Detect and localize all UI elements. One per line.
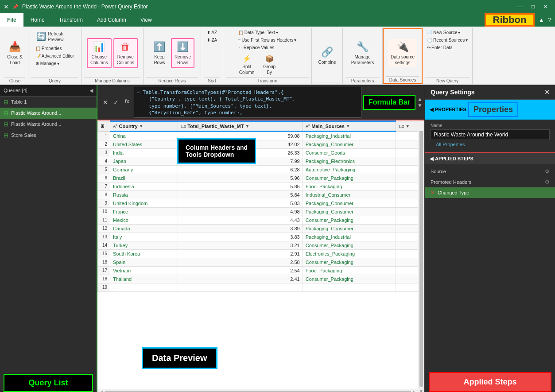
tab-transform[interactable]: Transform <box>52 13 90 27</box>
cell-waste: 6.28 <box>178 165 303 174</box>
vertical-scrollbar[interactable]: ▲ ▼ <box>418 120 424 392</box>
query-item-table1[interactable]: ⊞ Table 1 <box>0 97 97 108</box>
cell-country: United Kingdom <box>110 199 178 207</box>
choose-columns-button[interactable]: 📊 Choose Columns <box>87 38 111 69</box>
close-load-button[interactable]: 📥 Close & Load <box>4 39 25 68</box>
ribbon-group-data-sources: 🔌 Data source settings Data Sources <box>383 28 423 84</box>
all-properties-link[interactable]: All Properties <box>431 140 550 149</box>
remove-columns-button[interactable]: 🗑 Remove Columns <box>113 38 138 69</box>
tab-home[interactable]: Home <box>23 13 52 27</box>
data-source-settings-button[interactable]: 🔌 Data source settings <box>388 39 417 68</box>
group-by-button[interactable]: 📦 Group By <box>260 53 279 77</box>
step-source-settings-icon[interactable]: ⚙ <box>545 168 550 175</box>
col-header-col4[interactable]: 1.2 ▼ <box>396 121 424 131</box>
sort-group-label: Sort <box>204 77 220 83</box>
app-icon: ✕ <box>4 3 9 10</box>
table-row: 1 China 59.08 Packaging_Industrial <box>98 131 424 140</box>
cell-sources: Consumer_Packaging <box>303 216 396 224</box>
remove-columns-icon: 🗑 <box>120 41 130 54</box>
refresh-preview-button[interactable]: 🔄 Refresh Preview <box>34 29 66 44</box>
ribbon-group-query: 🔄 Refresh Preview 📋 Properties 📝 Advance… <box>28 28 82 84</box>
query-item-plastic-waste-2[interactable]: ⊞ Plastic Waste Around... <box>0 119 97 130</box>
formula-input[interactable] <box>134 87 361 118</box>
ribbon-collapse-icon[interactable]: ▲ <box>538 16 544 23</box>
datatype-button[interactable]: 📋 Data Type: Text ▾ <box>237 29 280 36</box>
step-changed-type[interactable]: ✕ Changed Type <box>425 187 555 198</box>
close-right-panel-button[interactable]: ✕ <box>544 89 550 96</box>
properties-button[interactable]: 📋 Properties <box>34 45 64 52</box>
col-dropdown-waste[interactable]: ▼ <box>245 124 249 128</box>
cell-waste: 5.03 <box>178 199 303 207</box>
col-header-waste[interactable]: 1.2 Total_Plastic_Waste_MT ▼ <box>178 121 303 131</box>
table-row: 18 Thailand 2.41 Consumer_Packaging <box>98 275 424 283</box>
cell-sources: Packaging_Consumer <box>303 140 396 148</box>
applied-steps-header[interactable]: ◀ APPLIED STEPS <box>425 153 555 164</box>
table-row: 2 United States 42.02 Packaging_Consumer <box>98 140 424 148</box>
cell-sources: Electronics_Packaging <box>303 249 396 258</box>
remove-rows-button[interactable]: ⬇️ Remove Rows <box>171 38 194 69</box>
split-column-button[interactable]: ⚡ Split Column <box>237 53 257 77</box>
cell-country: Brazil <box>110 174 178 182</box>
formula-accept-button[interactable]: ✓ <box>112 98 120 107</box>
tab-add-column[interactable]: Add Column <box>90 13 133 27</box>
properties-icon: 📋 <box>35 46 41 51</box>
close-button[interactable]: ✕ <box>540 3 551 11</box>
cell-sources: Packaging_Consumer <box>303 207 396 216</box>
advanced-editor-button[interactable]: 📝 Advanced Editor <box>34 53 76 59</box>
formula-scroll-down[interactable]: ▼ <box>417 102 423 109</box>
new-query-group-label: New Query <box>425 77 470 83</box>
query-item-store-sales[interactable]: ⊞ Store Sales <box>0 130 97 141</box>
col-header-sources[interactable]: Aᴮ Main_Sources ▼ <box>303 121 396 131</box>
table-row: 12 Canada 3.89 Packaging_Consumer <box>98 224 424 233</box>
refresh-label: Refresh Preview <box>48 31 64 43</box>
recent-sources-button[interactable]: 🕐 Recent Sources ▾ <box>425 37 470 43</box>
query-name-value[interactable]: Plastic Waste Around the World <box>431 129 550 140</box>
step-changed-type-label: Changed Type <box>438 190 469 195</box>
scroll-left-arrow[interactable]: ◀ <box>99 390 103 392</box>
manage-params-icon: 🔧 <box>357 41 369 54</box>
keep-rows-button[interactable]: ⬆️ Keep Rows <box>150 39 169 68</box>
cell-sources: Consumer_Goods <box>303 148 396 157</box>
title-bar-controls[interactable]: — □ ✕ <box>514 3 551 11</box>
scroll-down-arrow[interactable]: ▼ <box>419 389 423 392</box>
step-promoted-headers[interactable]: Promoted Headers ⚙ <box>425 177 555 187</box>
scroll-thumb[interactable] <box>419 129 423 387</box>
ribbon-group-manage-columns: 📊 Choose Columns 🗑 Remove Columns Manage… <box>82 28 144 84</box>
properties-section-header[interactable]: ◀ PROPERTIES Properties <box>425 100 555 120</box>
enter-data-button[interactable]: ✏ Enter Data <box>425 44 454 51</box>
scroll-right-arrow[interactable]: ▶ <box>413 390 416 392</box>
query-item-plastic-waste-1[interactable]: ⊞ Plastic Waste Around... <box>0 108 97 119</box>
sort-asc-button[interactable]: ⬆ AZ <box>205 29 219 36</box>
minimize-button[interactable]: — <box>514 3 526 11</box>
tab-view[interactable]: View <box>133 13 159 27</box>
horizontal-scrollbar[interactable]: ◀ ▶ <box>97 389 418 392</box>
query-panel: Queries [4] ◀ ⊞ Table 1 ⊞ Plastic Waste … <box>0 85 97 392</box>
use-first-row-button[interactable]: ≡ Use First Row as Headers ▾ <box>237 37 299 43</box>
col-dropdown-country[interactable]: ▼ <box>139 124 144 128</box>
manage-button[interactable]: ⚙ Manage ▾ <box>34 60 61 67</box>
sort-desc-button[interactable]: ⬇ ZA <box>205 37 219 43</box>
manage-icon: ⚙ <box>35 61 39 66</box>
step-error-icon: ✕ <box>431 190 435 196</box>
manage-parameters-button[interactable]: 🔧 Manage Parameters <box>349 39 377 68</box>
new-source-button[interactable]: 📄 New Source ▾ <box>425 29 462 36</box>
table-row: 15 South Korea 2.91 Electronics_Packagin… <box>98 249 424 258</box>
cell-waste: 3.89 <box>178 224 303 233</box>
collapse-query-panel-icon[interactable]: ◀ <box>89 88 93 93</box>
tab-file[interactable]: File <box>0 13 23 27</box>
step-promoted-settings-icon[interactable]: ⚙ <box>545 179 550 185</box>
step-source[interactable]: Source ⚙ <box>425 166 555 177</box>
maximize-button[interactable]: □ <box>528 3 538 11</box>
formula-cancel-button[interactable]: ✕ <box>101 98 110 107</box>
col-dropdown-sources[interactable]: ▼ <box>346 124 350 128</box>
formula-scroll-up[interactable]: ▲ <box>417 96 423 102</box>
replace-values-button[interactable]: ↔ Replace Values <box>237 44 276 51</box>
combine-button[interactable]: 🔗 Combine <box>316 44 339 67</box>
refresh-icon: 🔄 <box>36 31 46 42</box>
col-header-country[interactable]: Aᴮ Country ▼ <box>110 121 178 131</box>
query-settings-title: Query Settings <box>431 89 475 96</box>
help-icon[interactable]: ? <box>548 16 551 23</box>
row-number: 2 <box>98 140 110 148</box>
manage-columns-label: Manage Columns <box>84 77 140 83</box>
col-dropdown-col4[interactable]: ▼ <box>405 124 410 128</box>
